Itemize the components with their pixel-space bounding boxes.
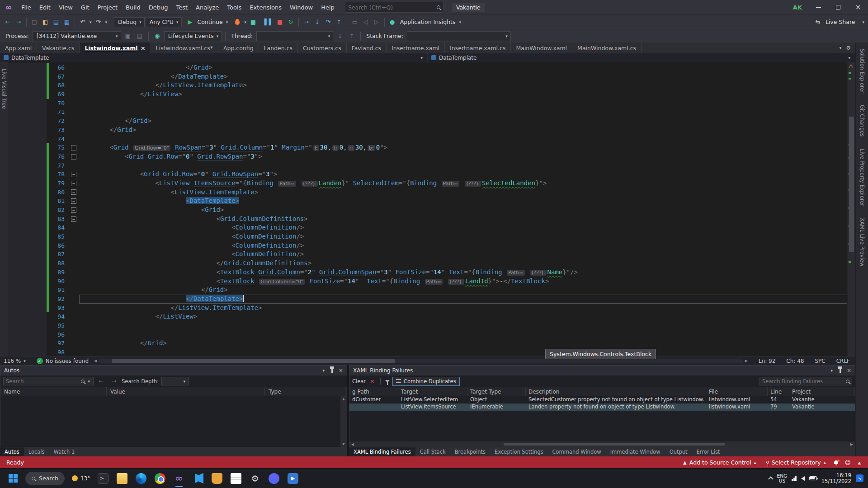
side-tab-live-property-explorer[interactable]: Live Property Explorer	[859, 146, 865, 209]
search-back-icon[interactable]: ←	[96, 376, 106, 386]
collapse-icon[interactable]: −	[71, 189, 76, 195]
code-line[interactable]: 72 </Grid>	[8, 117, 847, 126]
breakpoint-margin[interactable]	[8, 286, 47, 295]
tab-vakantie-cs[interactable]: Vakantie.cs	[37, 42, 80, 53]
search-forward-icon[interactable]: →	[109, 376, 119, 386]
close-icon[interactable]: ×	[847, 367, 851, 374]
code-text[interactable]: <ColumnDefinition/>	[79, 232, 847, 241]
line-number[interactable]: 97	[49, 339, 68, 348]
undo-dropdown-icon[interactable]: ▾	[89, 20, 93, 24]
code-line[interactable]: 81− <DataTemplate>	[8, 197, 847, 206]
step-out-icon[interactable]: ↑	[334, 17, 344, 27]
outline-margin[interactable]	[68, 63, 79, 72]
line-number[interactable]: 74	[49, 135, 68, 144]
line-number[interactable]: 93	[49, 304, 68, 313]
binding-column-g-path[interactable]: g Path	[349, 387, 398, 396]
outline-margin[interactable]	[68, 339, 79, 348]
spaces-indicator[interactable]: SPC	[809, 358, 830, 364]
code-text[interactable]: </Grid>	[79, 117, 847, 126]
collapse-icon[interactable]: −	[71, 145, 76, 150]
panel-tab-command-window[interactable]: Command Window	[548, 447, 606, 456]
autos-column-value[interactable]: Value	[107, 387, 265, 396]
notepad-icon[interactable]	[227, 469, 245, 488]
line-number[interactable]: 77	[49, 161, 68, 170]
line-number[interactable]: 66	[49, 63, 68, 72]
code-line[interactable]: 86 <ColumnDefinition/>	[8, 241, 847, 250]
collapse-icon[interactable]: −	[71, 154, 76, 160]
code-line[interactable]: 98	[8, 348, 847, 356]
code-line[interactable]: 94 </ListView>	[8, 312, 847, 321]
breakpoint-margin[interactable]	[8, 126, 47, 135]
settings-icon[interactable]: ⚙	[246, 469, 264, 488]
binding-failure-row[interactable]: dCustomerListView.SelectedItemObjectSele…	[349, 396, 855, 404]
code-line[interactable]: 76− <Grid Grid.Row="0" Grid.RowSpan="3">	[8, 152, 847, 161]
previous-bookmark-icon[interactable]: ◁	[361, 17, 371, 27]
outline-margin[interactable]: −	[68, 188, 79, 197]
line-number[interactable]: 98	[49, 348, 68, 356]
menu-item-edit[interactable]: Edit	[35, 0, 55, 14]
breakpoint-margin[interactable]	[8, 135, 47, 144]
undo-icon[interactable]: ↶	[78, 17, 88, 27]
breakpoint-margin[interactable]	[8, 330, 47, 339]
menu-item-build[interactable]: Build	[122, 0, 145, 14]
solution-configuration-dropdown[interactable]: Debug▾	[114, 17, 145, 27]
line-number[interactable]: 96	[49, 330, 68, 339]
outline-margin[interactable]	[68, 312, 79, 321]
outline-margin[interactable]	[68, 72, 79, 81]
thread-dropdown[interactable]: ▾	[256, 31, 333, 41]
outline-margin[interactable]	[68, 250, 79, 259]
search-icon[interactable]	[846, 380, 849, 383]
code-text[interactable]: </Grid>	[79, 63, 847, 72]
edge-icon[interactable]	[132, 469, 150, 488]
code-text[interactable]: <TextBlock Grid.Column="0" FontSize="14"…	[79, 277, 847, 286]
code-text[interactable]: </ListView>	[79, 312, 847, 321]
outline-margin[interactable]	[68, 161, 79, 170]
panel-tab-locals[interactable]: Locals	[24, 447, 49, 456]
breakpoint-margin[interactable]	[8, 304, 47, 313]
tray-overflow-chevron-icon[interactable]	[768, 476, 773, 481]
binding-failures-body[interactable]: dCustomerListView.SelectedItemObjectSele…	[349, 396, 855, 447]
menu-item-test[interactable]: Test	[172, 0, 192, 14]
code-line[interactable]: 83− <Grid.ColumnDefinitions>	[8, 215, 847, 224]
line-number[interactable]: 75	[49, 143, 68, 152]
bookmark-icon[interactable]: ▭	[350, 17, 360, 27]
taskbar-search[interactable]: Search	[25, 472, 65, 485]
binding-column-project[interactable]: Project	[789, 387, 855, 396]
language-indicator[interactable]: ENGUS	[777, 474, 788, 483]
autos-column-type[interactable]: Type	[265, 387, 347, 396]
side-tab-git-changes[interactable]: Git Changes	[859, 102, 865, 139]
outline-margin[interactable]	[68, 321, 79, 330]
outline-margin[interactable]	[68, 348, 79, 356]
outline-margin[interactable]	[68, 223, 79, 232]
outline-margin[interactable]	[68, 330, 79, 339]
scroll-left-icon[interactable]: ◀	[92, 359, 99, 363]
autos-search-input[interactable]	[6, 378, 79, 385]
code-line[interactable]: 91 </Grid>	[8, 286, 847, 295]
show-next-statement-icon[interactable]: →	[302, 17, 311, 27]
code-text[interactable]: </DataTemplate>	[79, 295, 847, 304]
binding-failure-row[interactable]: ListView.ItemsSourceIEnumerableLanden pr…	[349, 404, 855, 411]
minimize-button[interactable]	[808, 0, 828, 14]
binding-failures-search-box[interactable]	[760, 377, 852, 385]
breakpoint-margin[interactable]	[8, 99, 47, 108]
stop-debugging-icon[interactable]: ■	[275, 17, 285, 27]
application-insights-label[interactable]: Application Insights	[398, 19, 458, 25]
breakpoint-margin[interactable]	[8, 277, 47, 286]
panel-tab-error-list[interactable]: Error List	[692, 447, 725, 456]
outline-margin[interactable]	[68, 295, 79, 304]
outline-margin[interactable]	[68, 108, 79, 117]
visual-studio-logo-icon[interactable]: ∞	[0, 3, 17, 12]
hscroll-thumb[interactable]	[504, 443, 725, 446]
autos-window-menu-icon[interactable]: ▾	[321, 368, 326, 373]
tab-mainwindow-xaml[interactable]: MainWindow.xaml	[511, 42, 572, 53]
live-share-button[interactable]: ⇆ Live Share	[807, 17, 861, 27]
breakpoint-margin[interactable]	[8, 268, 47, 277]
zoom-dropdown[interactable]: 116 % ▾	[0, 357, 30, 365]
collapse-icon[interactable]: −	[71, 181, 76, 186]
tab-customers-cs[interactable]: Customers.cs	[298, 42, 347, 53]
binding-column-line[interactable]: Line	[768, 387, 789, 396]
panel-tab-xaml-binding-failures[interactable]: XAML Binding Failures	[349, 447, 415, 456]
panel-tab-autos[interactable]: Autos	[0, 447, 24, 456]
code-line[interactable]: 78− <Grid Grid.Row="0" Grid.RowSpan="3">	[8, 170, 847, 179]
line-number[interactable]: 73	[49, 126, 68, 135]
